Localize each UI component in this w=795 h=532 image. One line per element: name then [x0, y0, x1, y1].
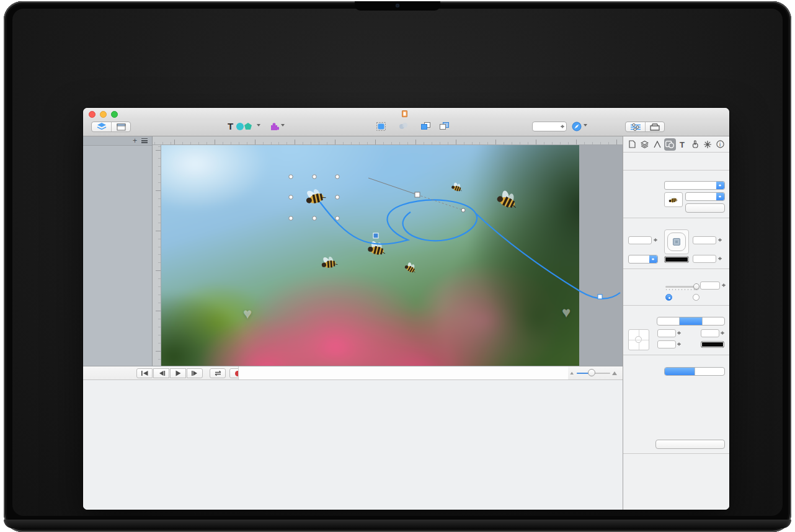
zoom-out-mountain-icon	[570, 371, 574, 375]
group-icon	[376, 122, 386, 131]
stepper-arrows-icon[interactable]	[717, 255, 723, 262]
reset-filters-button[interactable]	[655, 440, 725, 449]
bee-element[interactable]	[495, 188, 520, 210]
symbols-toolbar-button[interactable]	[267, 122, 288, 131]
elements-icon: T	[228, 122, 255, 131]
bee-element[interactable]	[320, 254, 338, 270]
stepper-arrows-icon[interactable]	[720, 329, 726, 337]
path-control-handle[interactable]	[415, 192, 420, 197]
tab-metrics[interactable]	[651, 138, 663, 151]
path-end-handle[interactable]	[598, 295, 602, 299]
canvas-overlay	[161, 145, 623, 366]
preview-toolbar-button[interactable]	[568, 122, 590, 131]
shadow-color-swatch[interactable]	[701, 341, 724, 348]
stepper-arrows-icon[interactable]	[653, 236, 659, 244]
ungroup-toolbar-button[interactable]	[391, 122, 415, 131]
jump-to-start-button[interactable]	[136, 368, 153, 378]
window-titlebar	[83, 108, 729, 120]
send-backward-icon	[440, 122, 449, 130]
fill-style-dropdown[interactable]	[664, 181, 725, 190]
bezier-handle-point[interactable]	[461, 208, 465, 212]
shadow-blur-input[interactable]	[701, 329, 719, 337]
group-toolbar-button[interactable]	[372, 122, 389, 131]
tab-identity[interactable]: i	[714, 138, 726, 151]
apply-mode-segmented[interactable]	[664, 367, 725, 376]
background-image-thumbnail[interactable]	[664, 192, 683, 207]
chevron-down-icon	[281, 124, 285, 128]
step-back-button[interactable]	[153, 368, 169, 378]
border-width-input[interactable]	[628, 236, 652, 244]
window-title	[83, 110, 729, 117]
laptop-screen: T	[12, 9, 783, 516]
step-forward-button[interactable]	[187, 368, 203, 378]
resources-toolbar-button[interactable]	[645, 122, 664, 131]
shadow-direction-diagram[interactable]	[628, 329, 649, 350]
motion-path-curve[interactable]	[320, 200, 620, 298]
send-backward-toolbar-button[interactable]	[435, 122, 453, 131]
bee-element[interactable]	[303, 185, 326, 206]
choose-image-button[interactable]	[685, 203, 725, 213]
layouts-toolbar-button[interactable]	[111, 122, 130, 131]
opacity-slider[interactable]	[665, 286, 696, 288]
panel-toggle-group	[625, 122, 665, 132]
display-hidden-radio[interactable]	[693, 294, 701, 301]
time-display-field	[238, 366, 568, 379]
border-sides-diagram[interactable]	[664, 229, 689, 254]
tab-document[interactable]	[626, 138, 638, 151]
border-radius-input[interactable]	[693, 236, 716, 244]
sliders-icon	[631, 123, 641, 131]
play-button[interactable]	[170, 368, 186, 378]
border-style-dropdown[interactable]	[628, 255, 658, 264]
add-scene-button[interactable]: +	[133, 136, 137, 145]
border-color-swatch[interactable]	[664, 256, 689, 263]
path-keyframe-handle[interactable]	[373, 233, 378, 238]
display-visible-radio[interactable]	[665, 294, 674, 301]
timeline-zoom-control[interactable]	[569, 371, 618, 376]
bee-element[interactable]	[368, 240, 387, 256]
scenes-toolbar-button[interactable]	[92, 122, 111, 131]
tab-element[interactable]	[664, 138, 676, 151]
bee-element[interactable]	[451, 182, 463, 192]
camera-notch	[355, 1, 440, 11]
loop-button[interactable]	[210, 368, 226, 378]
stepper-arrows-icon[interactable]	[717, 236, 723, 244]
stepper-arrows-icon[interactable]	[721, 282, 727, 289]
canvas: ♥ ♥	[161, 145, 623, 366]
bring-forward-toolbar-button[interactable]	[417, 122, 434, 131]
zoom-in-mountain-icon	[612, 371, 618, 375]
layouts-icon	[117, 123, 126, 131]
inspector-toolbar-button[interactable]	[626, 122, 645, 131]
shadow-y-input[interactable]	[657, 340, 676, 348]
resources-box-icon	[650, 123, 660, 131]
radio-selected-icon	[665, 294, 672, 301]
document-icon	[402, 110, 407, 117]
bee-element[interactable]	[404, 260, 418, 273]
image-scale-dropdown[interactable]	[685, 192, 725, 201]
chevron-down-icon	[257, 124, 260, 128]
shadow-type-segmented[interactable]	[657, 317, 725, 326]
inspector-tabs: T i	[623, 136, 729, 153]
camera-icon	[396, 4, 399, 7]
puzzle-icon	[270, 122, 279, 131]
svg-text:i: i	[719, 141, 721, 148]
tab-physics[interactable]	[702, 138, 714, 151]
view-toggle-group	[91, 122, 131, 132]
timeline-zoom-thumb[interactable]	[588, 369, 595, 376]
toolbar: T	[83, 120, 729, 136]
zoom-stepper[interactable]	[532, 122, 567, 131]
laptop-base	[4, 520, 791, 528]
border-padding-input[interactable]	[693, 255, 716, 263]
marketing-banner: T	[0, 0, 795, 532]
bezier-handle-line	[368, 178, 417, 195]
stepper-arrows-icon[interactable]	[677, 340, 682, 348]
elements-toolbar-button[interactable]: T	[224, 122, 263, 131]
opacity-input[interactable]	[700, 282, 720, 290]
app-window: T	[83, 108, 729, 510]
tab-scene-layers[interactable]	[639, 138, 651, 151]
ungroup-icon	[399, 122, 408, 130]
tab-text[interactable]: T	[677, 138, 688, 151]
scene-list-view-icon[interactable]	[141, 138, 148, 143]
shadow-x-input[interactable]	[657, 329, 676, 337]
tab-actions[interactable]	[689, 138, 701, 151]
stepper-arrows-icon[interactable]	[677, 329, 682, 337]
